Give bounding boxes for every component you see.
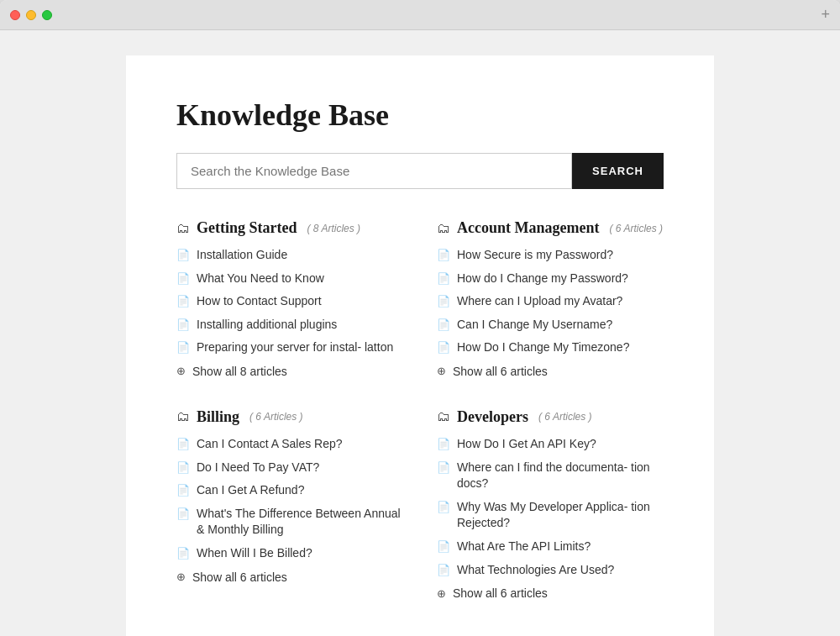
article-doc-icon: 📄 bbox=[437, 539, 450, 555]
article-link[interactable]: When Will I Be Billed? bbox=[197, 545, 312, 562]
category-count-account-management: ( 6 Articles ) bbox=[609, 223, 663, 234]
article-item: 📄Where can I find the documenta- tion do… bbox=[437, 460, 664, 492]
article-link[interactable]: How Do I Change My Timezone? bbox=[457, 339, 629, 356]
article-item: 📄Installation Guide bbox=[176, 247, 403, 264]
categories-grid: 🗂Getting Started( 8 Articles )📄Installat… bbox=[176, 219, 664, 630]
article-link[interactable]: How to Contact Support bbox=[197, 293, 322, 310]
search-bar: SEARCH bbox=[176, 153, 664, 189]
article-list-getting-started: 📄Installation Guide📄What You Need to Kno… bbox=[176, 247, 403, 378]
show-all-link-getting-started[interactable]: Show all 8 articles bbox=[192, 365, 287, 378]
folder-icon: 🗂 bbox=[176, 409, 190, 424]
article-link[interactable]: What Are The API Limits? bbox=[457, 539, 591, 555]
article-link[interactable]: Preparing your server for instal- latton bbox=[197, 339, 393, 356]
search-input[interactable] bbox=[176, 153, 572, 189]
category-section-developers: 🗂Developers( 6 Articles )📄How Do I Get A… bbox=[437, 408, 664, 600]
article-item: 📄Can I Contact A Sales Rep? bbox=[176, 436, 403, 453]
article-link[interactable]: Where can I Upload my Avatar? bbox=[457, 293, 622, 310]
article-link[interactable]: Can I Get A Refund? bbox=[197, 482, 304, 499]
dot-yellow[interactable] bbox=[26, 10, 36, 20]
browser-window: + Knowledge Base SEARCH 🗂Getting Started… bbox=[0, 0, 840, 636]
article-item: 📄What Technologies Are Used? bbox=[437, 562, 664, 579]
article-item: 📄How Do I Change My Timezone? bbox=[437, 339, 664, 356]
category-title-billing: Billing bbox=[197, 408, 239, 426]
folder-icon: 🗂 bbox=[176, 221, 190, 236]
category-title-account-management: Account Management bbox=[457, 219, 599, 237]
show-all-icon: ⊕ bbox=[176, 570, 186, 583]
article-item: 📄Where can I Upload my Avatar? bbox=[437, 293, 664, 310]
page-title: Knowledge Base bbox=[176, 97, 664, 133]
article-link[interactable]: What Technologies Are Used? bbox=[457, 562, 614, 579]
article-list-billing: 📄Can I Contact A Sales Rep?📄Do I Need To… bbox=[176, 436, 403, 584]
article-doc-icon: 📄 bbox=[176, 437, 190, 452]
article-item: 📄Do I Need To Pay VAT? bbox=[176, 460, 403, 476]
article-doc-icon: 📄 bbox=[176, 546, 190, 561]
article-doc-icon: 📄 bbox=[176, 294, 190, 309]
dot-green[interactable] bbox=[42, 10, 52, 20]
article-doc-icon: 📄 bbox=[437, 437, 450, 452]
article-item: 📄When Will I Be Billed? bbox=[176, 545, 403, 562]
article-item: 📄How to Contact Support bbox=[176, 293, 403, 310]
category-section-getting-started: 🗂Getting Started( 8 Articles )📄Installat… bbox=[176, 219, 403, 378]
category-count-developers: ( 6 Articles ) bbox=[538, 411, 592, 423]
article-doc-icon: 📄 bbox=[437, 294, 450, 309]
article-item: 📄What Are The API Limits? bbox=[437, 539, 664, 555]
article-doc-icon: 📄 bbox=[437, 563, 450, 578]
article-link[interactable]: What You Need to Know bbox=[197, 271, 324, 287]
new-tab-button[interactable]: + bbox=[821, 6, 830, 24]
article-list-account-management: 📄How Secure is my Password?📄How do I Cha… bbox=[437, 247, 664, 378]
article-doc-icon: 📄 bbox=[437, 500, 450, 515]
article-doc-icon: 📄 bbox=[176, 507, 190, 522]
article-doc-icon: 📄 bbox=[176, 248, 190, 263]
article-doc-icon: 📄 bbox=[176, 460, 190, 476]
article-doc-icon: 📄 bbox=[176, 340, 190, 355]
page-container: Knowledge Base SEARCH 🗂Getting Started( … bbox=[126, 55, 714, 636]
article-doc-icon: 📄 bbox=[437, 460, 450, 476]
article-link[interactable]: What's The Difference Between Annual & M… bbox=[197, 506, 403, 539]
article-item: 📄Preparing your server for instal- latto… bbox=[176, 339, 403, 356]
article-doc-icon: 📄 bbox=[176, 318, 190, 333]
article-link[interactable]: Installation Guide bbox=[197, 247, 287, 264]
article-item: 📄What's The Difference Between Annual & … bbox=[176, 506, 403, 539]
show-all-icon: ⊕ bbox=[176, 365, 186, 377]
article-item: 📄Why Was My Developer Applica- tion Reje… bbox=[437, 499, 664, 532]
folder-icon: 🗂 bbox=[437, 221, 450, 236]
article-doc-icon: 📄 bbox=[176, 271, 190, 286]
article-link[interactable]: How Do I Get An API Key? bbox=[457, 436, 596, 453]
category-section-account-management: 🗂Account Management( 6 Articles )📄How Se… bbox=[437, 219, 664, 378]
article-item: 📄How Do I Get An API Key? bbox=[437, 436, 664, 453]
show-all-item-developers: ⊕Show all 6 articles bbox=[437, 586, 664, 600]
article-link[interactable]: Can I Contact A Sales Rep? bbox=[197, 436, 343, 453]
article-item: 📄How Secure is my Password? bbox=[437, 247, 664, 264]
browser-titlebar: + bbox=[0, 0, 840, 30]
show-all-link-billing[interactable]: Show all 6 articles bbox=[192, 570, 287, 584]
category-header-account-management: 🗂Account Management( 6 Articles ) bbox=[437, 219, 664, 237]
article-link[interactable]: Can I Change My Username? bbox=[457, 317, 612, 334]
article-doc-icon: 📄 bbox=[437, 318, 450, 333]
article-doc-icon: 📄 bbox=[176, 483, 190, 498]
article-link[interactable]: Where can I find the documenta- tion doc… bbox=[457, 460, 664, 492]
browser-content: Knowledge Base SEARCH 🗂Getting Started( … bbox=[0, 30, 840, 636]
article-link[interactable]: Why Was My Developer Applica- tion Rejec… bbox=[457, 499, 664, 532]
category-count-getting-started: ( 8 Articles ) bbox=[307, 223, 360, 234]
article-link[interactable]: How Secure is my Password? bbox=[457, 247, 613, 264]
show-all-item-getting-started: ⊕Show all 8 articles bbox=[176, 365, 403, 378]
category-section-billing: 🗂Billing( 6 Articles )📄Can I Contact A S… bbox=[176, 408, 403, 600]
show-all-link-developers[interactable]: Show all 6 articles bbox=[453, 586, 548, 600]
category-title-getting-started: Getting Started bbox=[197, 219, 297, 237]
category-header-billing: 🗂Billing( 6 Articles ) bbox=[176, 408, 403, 426]
article-item: 📄Installing additional plugins bbox=[176, 317, 403, 334]
dot-red[interactable] bbox=[10, 10, 20, 20]
show-all-link-account-management[interactable]: Show all 6 articles bbox=[453, 365, 548, 378]
show-all-icon: ⊕ bbox=[437, 365, 446, 377]
article-link[interactable]: Do I Need To Pay VAT? bbox=[197, 460, 319, 476]
browser-dots bbox=[10, 10, 52, 20]
article-item: 📄Can I Get A Refund? bbox=[176, 482, 403, 499]
category-count-billing: ( 6 Articles ) bbox=[249, 411, 303, 423]
article-link[interactable]: How do I Change my Password? bbox=[457, 271, 628, 287]
article-link[interactable]: Installing additional plugins bbox=[197, 317, 337, 334]
show-all-item-billing: ⊕Show all 6 articles bbox=[176, 570, 403, 584]
show-all-icon: ⊕ bbox=[437, 587, 446, 600]
search-button[interactable]: SEARCH bbox=[572, 153, 664, 189]
category-header-developers: 🗂Developers( 6 Articles ) bbox=[437, 408, 664, 426]
show-all-item-account-management: ⊕Show all 6 articles bbox=[437, 365, 664, 378]
